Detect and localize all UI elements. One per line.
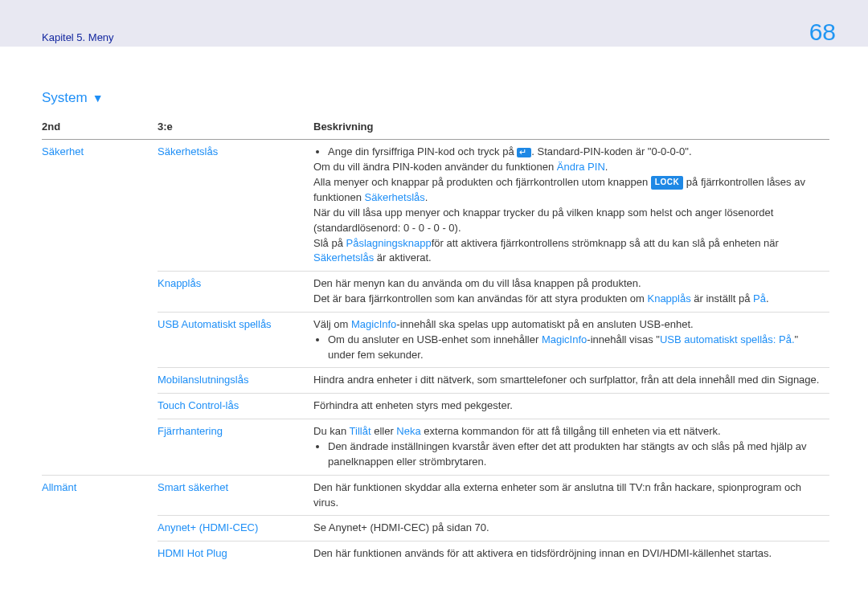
description-line: Den här funktionen används för att aktiv… xyxy=(313,546,825,562)
header-band xyxy=(0,0,868,47)
description-bullets: Den ändrade inställningen kvarstår även … xyxy=(313,439,825,470)
enter-icon xyxy=(517,148,531,157)
section-title-label: System xyxy=(42,88,88,108)
level2-label: Säkerhet xyxy=(42,145,84,157)
description-bullets: Om du ansluter en USB-enhet som innehåll… xyxy=(313,333,825,363)
description-line: När du vill låsa upp menyer och knappar … xyxy=(313,206,825,236)
description-cell: Den här funktionen används för att aktiv… xyxy=(313,541,829,566)
description-line: Du kan Tillåt eller Neka externa kommand… xyxy=(313,424,825,439)
description-cell: Se Anynet+ (HDMI-CEC) på sidan 70. xyxy=(313,516,829,541)
table-row: FjärrhanteringDu kan Tillåt eller Neka e… xyxy=(42,419,829,476)
description-line: Den här menyn kan du använda om du vill … xyxy=(313,276,825,292)
description-bullets: Ange din fyrsiffriga PIN-kod och tryck p… xyxy=(313,145,825,160)
table-row: KnapplåsDen här menyn kan du använda om … xyxy=(42,272,829,313)
level2-cell: Allmänt xyxy=(42,475,158,566)
level3-label: Anynet+ (HDMI-CEC) xyxy=(158,521,258,533)
col-desc-header: Beskrivning xyxy=(313,116,829,140)
keyword: USB automatiskt spellås: På. xyxy=(660,333,795,345)
table-body: SäkerhetSäkerhetslåsAnge din fyrsiffriga… xyxy=(42,140,829,566)
description-cell: Välj om MagicInfo-innehåll ska spelas up… xyxy=(313,312,829,368)
content-area: System ▼ 2nd 3:e Beskrivning SäkerhetSäk… xyxy=(42,88,829,566)
level3-cell: Anynet+ (HDMI-CEC) xyxy=(158,516,313,541)
description-line: Hindra andra enheter i ditt nätverk, som… xyxy=(313,373,825,388)
description-line: Slå på Påslagningsknappför att aktivera … xyxy=(313,236,825,267)
table-row: MobilanslutningslåsHindra andra enheter … xyxy=(42,368,829,394)
table-row: USB Automatiskt spellåsVälj om MagicInfo… xyxy=(42,312,829,368)
level3-cell: Fjärrhantering xyxy=(158,419,313,476)
bullet-item: Ange din fyrsiffriga PIN-kod och tryck p… xyxy=(328,145,825,160)
keyword: MagicInfo xyxy=(351,318,396,330)
table-row: HDMI Hot PlugDen här funktionen används … xyxy=(42,541,829,566)
level3-label: Touch Control-lås xyxy=(158,399,239,411)
level3-label: Smart säkerhet xyxy=(158,481,228,493)
level2-label: Allmänt xyxy=(42,481,76,493)
bullet-item: Om du ansluter en USB-enhet som innehåll… xyxy=(328,333,825,363)
page-number: 68 xyxy=(809,14,836,50)
menu-table: 2nd 3:e Beskrivning SäkerhetSäkerhetslås… xyxy=(42,116,829,566)
keyword: Neka xyxy=(396,425,420,437)
level3-label: Mobilanslutningslås xyxy=(158,374,248,386)
keyword: Säkerhetslås xyxy=(365,191,425,203)
lock-badge: LOCK xyxy=(651,176,683,190)
description-line: Det är bara fjärrkontrollen som kan anvä… xyxy=(313,292,825,307)
caret-down-icon: ▼ xyxy=(92,92,104,104)
level3-cell: Säkerhetslås xyxy=(158,140,313,272)
description-cell: Förhindra att enheten styrs med pekgeste… xyxy=(313,394,829,419)
level3-cell: Touch Control-lås xyxy=(158,394,313,419)
col-2nd-header: 2nd xyxy=(42,116,158,140)
section-title: System ▼ xyxy=(42,88,104,108)
col-3e-header: 3:e xyxy=(158,116,313,140)
description-line: Om du vill ändra PIN-koden använder du f… xyxy=(313,160,825,175)
table-row: Touch Control-låsFörhindra att enheten s… xyxy=(42,394,829,419)
level3-label: USB Automatiskt spellås xyxy=(158,318,272,330)
table-row: SäkerhetSäkerhetslåsAnge din fyrsiffriga… xyxy=(42,140,829,272)
keyword: Ändra PIN xyxy=(557,161,605,173)
description-cell: Den här funktionen skyddar alla externa … xyxy=(313,475,829,516)
level3-label: Fjärrhantering xyxy=(158,425,223,437)
keyword: Knapplås xyxy=(647,292,690,304)
table-header-row: 2nd 3:e Beskrivning xyxy=(42,116,829,140)
level2-cell: Säkerhet xyxy=(42,140,158,475)
description-cell: Hindra andra enheter i ditt nätverk, som… xyxy=(313,368,829,394)
description-line: Alla menyer och knappar på produkten och… xyxy=(313,175,825,206)
description-cell: Du kan Tillåt eller Neka externa kommand… xyxy=(313,419,829,476)
table-row: AllmäntSmart säkerhetDen här funktionen … xyxy=(42,475,829,516)
keyword: På xyxy=(753,292,766,304)
level3-cell: HDMI Hot Plug xyxy=(158,541,313,566)
description-cell: Ange din fyrsiffriga PIN-kod och tryck p… xyxy=(313,140,829,272)
level3-cell: Knapplås xyxy=(158,272,313,313)
keyword: Säkerhetslås xyxy=(313,251,374,264)
level3-label: Säkerhetslås xyxy=(158,145,218,157)
level3-cell: USB Automatiskt spellås xyxy=(158,312,313,368)
description-line: Se Anynet+ (HDMI-CEC) på sidan 70. xyxy=(313,521,825,536)
description-line: Välj om MagicInfo-innehåll ska spelas up… xyxy=(313,317,825,333)
keyword: MagicInfo xyxy=(542,333,587,345)
bullet-item: Den ändrade inställningen kvarstår även … xyxy=(328,439,825,470)
table-row: Anynet+ (HDMI-CEC)Se Anynet+ (HDMI-CEC) … xyxy=(42,516,829,541)
description-line: Den här funktionen skyddar alla externa … xyxy=(313,480,825,511)
level3-label: HDMI Hot Plug xyxy=(158,547,227,559)
keyword: Påslagningsknapp xyxy=(346,237,431,249)
level3-cell: Smart säkerhet xyxy=(158,475,313,516)
keyword: Tillåt xyxy=(350,425,371,437)
page: Kapitel 5. Meny 68 System ▼ 2nd 3:e Besk… xyxy=(0,0,868,613)
level3-label: Knapplås xyxy=(158,277,201,289)
level3-cell: Mobilanslutningslås xyxy=(158,368,313,394)
description-line: Förhindra att enheten styrs med pekgeste… xyxy=(313,398,825,414)
description-cell: Den här menyn kan du använda om du vill … xyxy=(313,272,829,313)
breadcrumb: Kapitel 5. Meny xyxy=(42,31,114,46)
